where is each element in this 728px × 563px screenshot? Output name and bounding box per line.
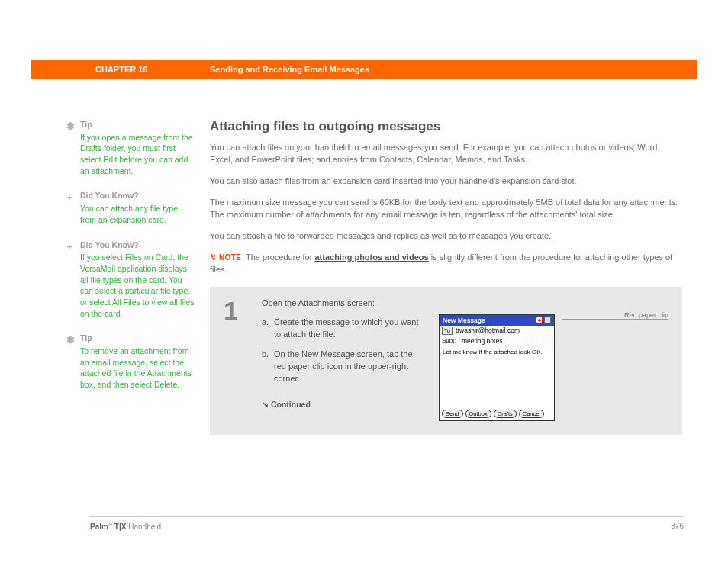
note-flag-icon: ↯ xyxy=(210,253,217,262)
product-name: Palm® T|X Handheld xyxy=(90,522,161,531)
asterisk-icon: ✱ xyxy=(66,333,75,347)
tip-body: To remove an attachment from an email me… xyxy=(80,346,195,391)
subj-label: Subj: xyxy=(442,337,459,344)
main-content: Attaching files to outgoing messages You… xyxy=(210,119,697,435)
dyk-1: + Did You Know? You can attach any file … xyxy=(80,190,195,225)
dyk-body: If you select Files on Card, the VersaMa… xyxy=(80,252,195,319)
dyk-head: Did You Know? xyxy=(80,190,195,201)
para-2: You can also attach files from an expans… xyxy=(210,175,682,188)
tip-head: Tip xyxy=(80,119,195,130)
plus-icon: + xyxy=(66,240,72,254)
device-body[interactable]: Let me know if the attached look OK. xyxy=(440,346,554,407)
page-footer: Palm® T|X Handheld 376 xyxy=(90,516,684,531)
to-label[interactable]: To xyxy=(442,327,453,335)
page-number: 376 xyxy=(671,522,684,531)
dyk-head: Did You Know? xyxy=(80,240,195,251)
asterisk-icon: ✱ xyxy=(66,120,75,134)
chapter-title: Sending and Receiving Email Messages xyxy=(210,65,697,74)
para-3: The maximum size message you can send is… xyxy=(210,197,682,221)
device-screen: New Message ⎆ To trwashjr@hotmail.com Su… xyxy=(439,314,555,421)
step-b: b.On the New Message screen, tap the red… xyxy=(262,349,422,385)
to-row: To trwashjr@hotmail.com xyxy=(440,326,554,336)
subj-row: Subj: meeting notes xyxy=(440,336,554,346)
chapter-label: CHAPTER 16 xyxy=(31,65,210,74)
callout-line xyxy=(562,319,668,320)
step-box: 1 Open the Attachments screen: a.Create … xyxy=(210,287,682,435)
paperclip-icon[interactable]: ⎆ xyxy=(536,317,543,323)
device-buttons: Send Outbox Drafts Cancel xyxy=(440,407,554,420)
note-text-pre: The procedure for xyxy=(246,253,315,262)
arrow-down-right-icon: ↘ xyxy=(262,400,269,409)
outbox-button[interactable]: Outbox xyxy=(465,410,491,418)
card-icon[interactable] xyxy=(544,317,551,323)
tip-head: Tip xyxy=(80,333,195,344)
step-number: 1 xyxy=(224,298,245,421)
send-button[interactable]: Send xyxy=(442,410,463,418)
dyk-2: + Did You Know? If you select Files on C… xyxy=(80,240,195,320)
continued: ↘ Continued xyxy=(262,399,422,411)
device-screenshot-area: Red paper clip New Message ⎆ To trwashjr… xyxy=(439,298,668,421)
dyk-body: You can attach any file type from an exp… xyxy=(80,203,195,225)
device-title: New Message xyxy=(443,317,485,324)
subj-value[interactable]: meeting notes xyxy=(462,337,502,345)
step-instructions: Open the Attachments screen: a.Create th… xyxy=(262,298,422,421)
sidebar: ✱ Tip If you open a message from the Dra… xyxy=(31,119,210,435)
step-lead: Open the Attachments screen: xyxy=(262,298,422,310)
para-1: You can attach files on your handheld to… xyxy=(210,142,682,166)
para-4: You can attach a file to forwarded messa… xyxy=(210,230,682,243)
step-a: a.Create the message to which you want t… xyxy=(262,317,422,341)
plus-icon: + xyxy=(66,191,72,204)
chapter-header: CHAPTER 16 Sending and Receiving Email M… xyxy=(31,60,697,79)
tip-2: ✱ Tip To remove an attachment from an em… xyxy=(80,333,195,390)
section-heading: Attaching files to outgoing messages xyxy=(210,119,682,134)
note-link[interactable]: attaching photos and videos xyxy=(314,253,428,262)
note-label: NOTE xyxy=(219,253,241,262)
note: ↯ NOTE The procedure for attaching photo… xyxy=(210,252,682,276)
tip-body: If you open a message from the Drafts fo… xyxy=(80,132,195,177)
drafts-button[interactable]: Drafts xyxy=(494,410,517,418)
to-value[interactable]: trwashjr@hotmail.com xyxy=(456,327,520,334)
device-titlebar: New Message ⎆ xyxy=(440,315,554,326)
cancel-button[interactable]: Cancel xyxy=(519,410,544,418)
callout-label: Red paper clip xyxy=(621,311,668,319)
tip-1: ✱ Tip If you open a message from the Dra… xyxy=(80,119,195,176)
